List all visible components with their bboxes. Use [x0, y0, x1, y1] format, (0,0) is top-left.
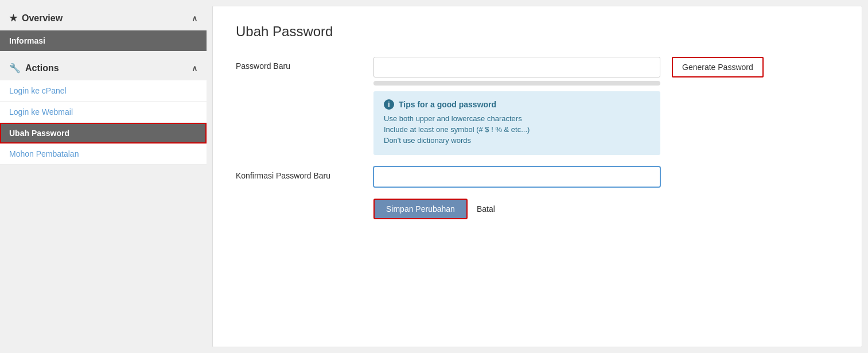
- tip-item-2: Include at least one symbol (# $ ! % & e…: [384, 125, 650, 134]
- sidebar-item-mohon-pembatalan[interactable]: Mohon Pembatalan: [0, 143, 207, 165]
- tips-box: i Tips for a good password Use both uppe…: [373, 91, 660, 155]
- password-input-row: Generate Password: [373, 57, 839, 86]
- save-button[interactable]: Simpan Perubahan: [373, 199, 468, 219]
- password-label: Password Baru: [236, 57, 373, 71]
- confirm-password-row: Konfirmasi Password Baru: [236, 166, 839, 187]
- sidebar-item-informasi[interactable]: Informasi: [0, 30, 207, 51]
- overview-section: ★ Overview ∧ Informasi: [0, 6, 207, 51]
- page-title: Ubah Password: [236, 24, 839, 40]
- actions-label: Actions: [25, 63, 59, 73]
- overview-header[interactable]: ★ Overview ∧: [0, 6, 207, 30]
- confirm-password-label: Konfirmasi Password Baru: [236, 166, 373, 180]
- wrench-icon: 🔧: [9, 63, 21, 73]
- generate-password-button[interactable]: Generate Password: [672, 57, 764, 77]
- password-row: Password Baru Generate Password i Tips f…: [236, 57, 839, 155]
- chevron-up-icon-2: ∧: [192, 64, 197, 73]
- tips-header: i Tips for a good password: [384, 99, 650, 110]
- confirm-password-input[interactable]: [373, 166, 660, 187]
- confirm-password-control-area: [373, 166, 839, 187]
- sidebar-item-login-cpanel[interactable]: Login ke cPanel: [0, 80, 207, 102]
- overview-label: Overview: [22, 13, 63, 24]
- actions-section: 🔧 Actions ∧ Login ke cPanel Login ke Web…: [0, 56, 207, 165]
- chevron-up-icon: ∧: [192, 14, 197, 23]
- cancel-button[interactable]: Batal: [474, 200, 497, 218]
- star-icon: ★: [9, 13, 17, 24]
- sidebar-item-ubah-password[interactable]: Ubah Password: [0, 123, 207, 143]
- actions-header[interactable]: 🔧 Actions ∧: [0, 56, 207, 80]
- tips-list: Use both upper and lowercase characters …: [384, 114, 650, 145]
- tip-item-1: Use both upper and lowercase characters: [384, 114, 650, 123]
- password-input[interactable]: [373, 57, 660, 77]
- tip-item-3: Don't use dictionary words: [384, 136, 650, 145]
- sidebar-item-login-webmail[interactable]: Login ke Webmail: [0, 102, 207, 123]
- form-actions: Simpan Perubahan Batal: [373, 199, 839, 219]
- password-strength-bar: [373, 81, 660, 86]
- password-control-area: Generate Password i Tips for a good pass…: [373, 57, 839, 155]
- main-content: Ubah Password Password Baru Generate Pas…: [212, 6, 862, 347]
- info-icon: i: [384, 99, 394, 110]
- sidebar: ★ Overview ∧ Informasi 🔧 Actions ∧ Login…: [0, 0, 207, 353]
